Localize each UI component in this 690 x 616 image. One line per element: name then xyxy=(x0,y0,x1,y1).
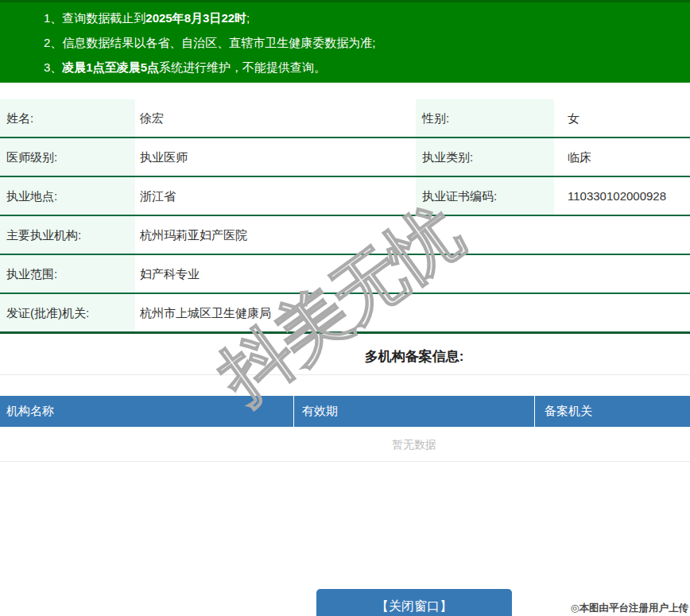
page: 1、查询数据截止到2025年8月3日22时; 2、信息数据结果以各省、自治区、直… xyxy=(0,0,690,616)
gender-label: 性别: xyxy=(416,99,554,137)
notice-text: 查询数据截止到 xyxy=(62,11,145,25)
notice-number: 3、 xyxy=(44,60,62,74)
no-data-text: 暂无数据 xyxy=(0,427,690,462)
issuer-value: 杭州市上城区卫生健康局 xyxy=(135,294,690,331)
table-row-main-org: 主要执业机构: 杭州玛莉亚妇产医院 xyxy=(0,216,690,255)
notice-number: 2、 xyxy=(44,36,62,49)
main-org-value: 杭州玛莉亚妇产医院 xyxy=(135,216,690,254)
scope-value: 妇产科专业 xyxy=(135,255,690,293)
cert-no-value: 110330102000928 xyxy=(554,177,690,215)
notice-text-bold: 凌晨1点至凌晨5点 xyxy=(62,60,159,74)
filing-table-header: 机构名称 有效期 备案机关 xyxy=(0,396,690,427)
scope-label: 执业范围: xyxy=(0,255,135,293)
close-window-button[interactable]: 【关闭窗口】 xyxy=(316,589,512,616)
column-header-org-name: 机构名称 xyxy=(0,396,294,427)
doctor-info-table: 姓名: 徐宏 性别: 女 医师级别: 执业医师 执业类别: 临床 执业地点: 浙… xyxy=(0,99,690,334)
location-label: 执业地点: xyxy=(0,177,135,215)
column-header-validity: 有效期 xyxy=(294,396,535,427)
column-header-filing-authority: 备案机关 xyxy=(535,396,690,427)
notice-text: 系统进行维护，不能提供查询。 xyxy=(159,60,326,74)
notice-text: ; xyxy=(246,11,250,25)
notice-line-3: 3、凌晨1点至凌晨5点系统进行维护，不能提供查询。 xyxy=(44,55,690,79)
gender-value: 女 xyxy=(554,99,690,137)
photo-credit-watermark: ◎本图由平台注册用户上传 xyxy=(571,602,688,615)
filing-section-title: 多机构备案信息: xyxy=(0,334,690,375)
main-org-label: 主要执业机构: xyxy=(0,216,135,254)
notice-number: 1、 xyxy=(44,11,62,25)
category-label: 执业类别: xyxy=(416,138,554,176)
level-label: 医师级别: xyxy=(0,138,135,176)
category-value: 临床 xyxy=(554,138,690,176)
level-value: 执业医师 xyxy=(135,138,416,176)
name-value: 徐宏 xyxy=(135,99,416,137)
notice-line-2: 2、信息数据结果以各省、自治区、直辖市卫生健康委数据为准; xyxy=(44,30,690,55)
notice-banner: 1、查询数据截止到2025年8月3日22时; 2、信息数据结果以各省、自治区、直… xyxy=(0,0,690,83)
table-row-name-gender: 姓名: 徐宏 性别: 女 xyxy=(0,99,690,138)
table-row-level-category: 医师级别: 执业医师 执业类别: 临床 xyxy=(0,138,690,177)
notice-text: 信息数据结果以各省、自治区、直辖市卫生健康委数据为准; xyxy=(62,36,375,49)
notice-text-bold: 2025年8月3日22时 xyxy=(145,11,246,25)
table-row-issuer: 发证(批准)机关: 杭州市上城区卫生健康局 xyxy=(0,294,690,334)
location-value: 浙江省 xyxy=(135,177,416,215)
name-label: 姓名: xyxy=(0,99,135,137)
table-row-location-certno: 执业地点: 浙江省 执业证书编码: 110330102000928 xyxy=(0,177,690,216)
table-row-scope: 执业范围: 妇产科专业 xyxy=(0,255,690,294)
notice-line-1: 1、查询数据截止到2025年8月3日22时; xyxy=(44,6,690,30)
cert-no-label: 执业证书编码: xyxy=(416,177,554,215)
issuer-label: 发证(批准)机关: xyxy=(0,294,135,331)
